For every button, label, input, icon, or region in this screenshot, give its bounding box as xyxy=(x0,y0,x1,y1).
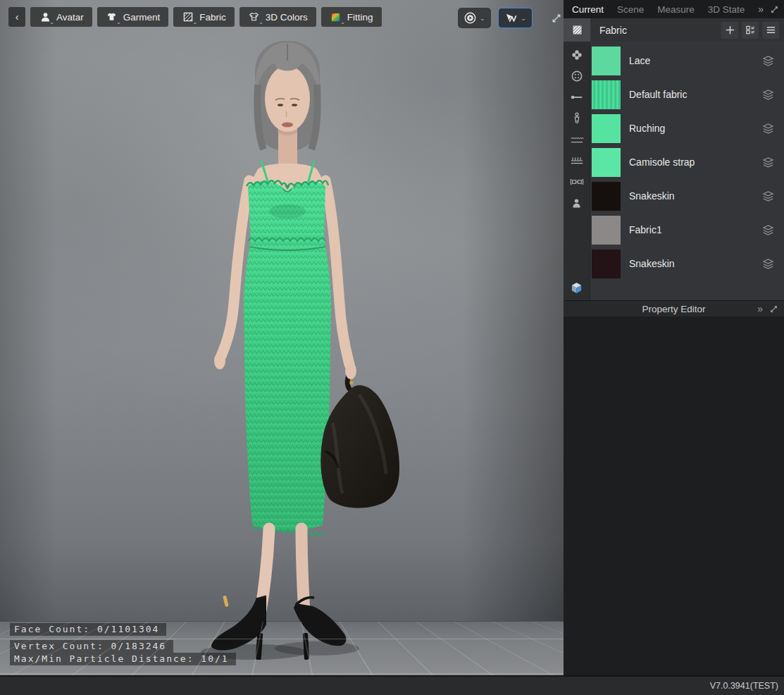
fabric-name: Fabric1 xyxy=(629,224,662,235)
zipper-icon[interactable] xyxy=(569,112,585,125)
right-panel: Current Scene Measure 3D State » Fabric xyxy=(564,0,784,675)
shirt-outline-icon: ⌄ xyxy=(248,11,261,23)
particle-distance: Max/Min Particle Distance: 10/1 xyxy=(10,653,236,665)
avatar-person-strip-icon[interactable] xyxy=(569,197,585,209)
category-fabric-tile[interactable] xyxy=(564,18,590,42)
cube-3d-icon[interactable] xyxy=(569,281,585,294)
property-editor-fullscreen-icon[interactable] xyxy=(769,305,778,314)
tab-3d-state[interactable]: 3D State xyxy=(708,4,745,15)
property-editor-title: Property Editor xyxy=(642,304,705,314)
fabric-panel-body: Lace Default fabric Ruching xyxy=(564,42,784,300)
record-button[interactable]: ⌄ xyxy=(458,8,491,28)
layers-icon[interactable] xyxy=(761,88,775,102)
rainbow-swatch-icon: ⌄ xyxy=(330,11,342,23)
vertex-count: Vertex Count: 0/183246 xyxy=(10,640,173,653)
fabric-name: Snakeskin xyxy=(629,190,675,202)
tab-current[interactable]: Current xyxy=(572,4,604,15)
viewport-fullscreen-icon[interactable] xyxy=(551,13,562,24)
select-tool-dropdown-chevron[interactable]: ⌄ xyxy=(521,15,527,22)
topstitch-icon[interactable] xyxy=(569,133,585,146)
face xyxy=(265,66,310,132)
layers-icon[interactable] xyxy=(761,257,775,271)
property-editor-body xyxy=(564,316,784,675)
category-icon-strip xyxy=(564,42,590,300)
fabric-name: Snakeskin xyxy=(629,258,675,269)
pin-icon[interactable] xyxy=(569,91,585,104)
fabric-section-header: Fabric xyxy=(564,18,784,42)
left-hand xyxy=(214,352,225,369)
fabric-swatch xyxy=(592,80,621,109)
fabric-swatch xyxy=(592,216,621,245)
layers-icon[interactable] xyxy=(761,122,775,135)
fitting-button-label: Fitting xyxy=(347,12,373,23)
record-icon xyxy=(463,11,477,25)
fabric-list: Lace Default fabric Ruching xyxy=(590,42,784,300)
status-bar: V7.0.3941(TEST) xyxy=(0,675,784,695)
clover-trim-icon[interactable] xyxy=(569,49,585,61)
right-hand xyxy=(345,362,356,379)
record-dropdown-chevron[interactable]: ⌄ xyxy=(480,15,485,22)
tab-scene[interactable]: Scene xyxy=(617,4,644,15)
list-view-button[interactable] xyxy=(762,22,779,39)
avatar-button-label: Avatar xyxy=(56,12,84,23)
application-window: ‹ ⌄ Avatar ⌄ Garment ⌄ xyxy=(0,0,784,695)
fabric-name: Default fabric xyxy=(629,89,687,100)
button-icon[interactable] xyxy=(569,70,585,82)
view-controls: ⌄ ⌄ xyxy=(458,8,562,28)
fabric-name: Lace xyxy=(629,55,650,66)
property-editor-collapse-icon[interactable]: » xyxy=(757,304,763,314)
right-shoe xyxy=(294,603,346,646)
avatar-person-icon: ⌄ xyxy=(39,11,51,23)
fabric-row-camisole-strap[interactable]: Camisole strap xyxy=(590,145,784,179)
section-title: Fabric xyxy=(599,25,627,36)
collapse-toolbar-button[interactable]: ‹ xyxy=(8,7,25,27)
garment-button[interactable]: ⌄ Garment xyxy=(97,7,169,27)
fabric-hatch-icon xyxy=(571,24,583,36)
panel-tabbar: Current Scene Measure 3D State » xyxy=(564,0,784,18)
viewport-3d[interactable]: ‹ ⌄ Avatar ⌄ Garment ⌄ xyxy=(0,0,564,675)
fabric-swatch xyxy=(592,114,621,143)
layers-icon[interactable] xyxy=(761,54,775,68)
cursor-zigzag-icon xyxy=(504,12,518,25)
viewport-stats: Face Count: 0/1101304 Vertex Count: 0/18… xyxy=(10,623,236,665)
fabric-swatch xyxy=(592,182,621,211)
fabric-swatch xyxy=(592,250,621,278)
fabric-button[interactable]: ⌄ Fabric xyxy=(173,7,235,27)
shirring-icon[interactable] xyxy=(569,154,585,167)
fabric-row-lace[interactable]: Lace xyxy=(590,44,784,78)
panel-fullscreen-icon[interactable] xyxy=(770,5,779,14)
avatar-model xyxy=(0,0,564,675)
fabric-hatch-icon: ⌄ xyxy=(182,11,194,23)
fabric-swatch xyxy=(592,148,621,177)
shoe-buckle-gold xyxy=(223,596,229,608)
panel-collapse-icon[interactable]: » xyxy=(758,4,764,14)
select-tool-button[interactable]: ⌄ xyxy=(498,8,533,28)
version-label: V7.0.3941(TEST) xyxy=(710,681,778,691)
face-count: Face Count: 0/1101304 xyxy=(10,623,166,636)
tshirt-icon: ⌄ xyxy=(106,11,118,23)
handbag xyxy=(321,385,399,508)
fabric-row-fabric1[interactable]: Fabric1 xyxy=(590,213,784,247)
layers-icon[interactable] xyxy=(761,190,775,203)
fabric-row-snakeskin-1[interactable]: Snakeskin xyxy=(590,179,784,213)
3d-colors-button[interactable]: ⌄ 3D Colors xyxy=(239,7,316,27)
tab-measure[interactable]: Measure xyxy=(657,4,695,15)
fabric-swatch xyxy=(592,47,621,75)
avatar-button[interactable]: ⌄ Avatar xyxy=(30,7,92,27)
fabric-button-label: Fabric xyxy=(199,12,226,23)
property-editor-header[interactable]: Property Editor » xyxy=(564,300,784,316)
layers-icon[interactable] xyxy=(761,223,775,237)
3d-colors-button-label: 3D Colors xyxy=(266,12,308,23)
fabric-name: Ruching xyxy=(629,123,665,134)
toolbar: ‹ ⌄ Avatar ⌄ Garment ⌄ xyxy=(8,7,382,27)
fabric-row-default-fabric[interactable]: Default fabric xyxy=(590,78,784,111)
add-fabric-button[interactable] xyxy=(721,22,738,39)
fabric-name: Camisole strap xyxy=(629,156,695,168)
bartack-icon[interactable] xyxy=(569,176,585,188)
fitting-button[interactable]: ⌄ Fitting xyxy=(321,7,382,27)
card-view-button[interactable] xyxy=(742,22,759,39)
fabric-row-snakeskin-2[interactable]: Snakeskin xyxy=(590,247,784,281)
fabric-row-ruching[interactable]: Ruching xyxy=(590,111,784,145)
garment-button-label: Garment xyxy=(123,12,161,23)
layers-icon[interactable] xyxy=(761,156,775,169)
